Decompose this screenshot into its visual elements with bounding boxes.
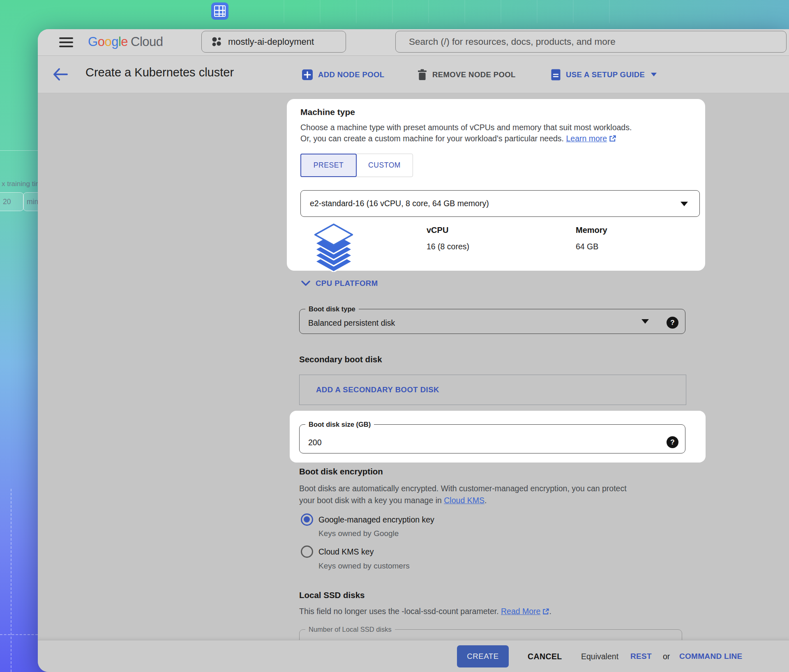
local-ssd-count-input[interactable]: Number of Local SSD disks <box>299 626 682 640</box>
radio-sublabel: Keys owned by Google <box>318 529 399 538</box>
use-setup-guide-button[interactable]: USE A SETUP GUIDE <box>551 56 657 93</box>
boot-disk-encryption-title: Boot disk encryption <box>299 467 383 476</box>
background-stripes <box>284 0 645 23</box>
cloud-kms-link[interactable]: Cloud KMS <box>444 496 484 505</box>
project-selector[interactable]: mostly-ai-deployment <box>201 31 346 53</box>
read-more-link[interactable]: Read More <box>501 607 540 616</box>
remove-node-pool-label: REMOVE NODE POOL <box>432 70 516 79</box>
logo-letter: o <box>98 35 105 49</box>
project-name: mostly-ai-deployment <box>228 37 314 47</box>
radio-selected-icon <box>301 513 313 526</box>
encryption-description-line-1: Boot disks are automatically encrypted. … <box>299 483 627 495</box>
encryption-description-line-2: your boot disk with a key you manage in … <box>299 495 627 506</box>
local-ssd-description: This field no longer uses the -local-ssd… <box>299 607 551 616</box>
menu-icon[interactable] <box>59 37 73 48</box>
boot-disk-size-input[interactable]: Boot disk size (GB) 200 ? <box>299 421 685 453</box>
screen: x training tim 20 min GoogleCloud mostly… <box>0 0 789 672</box>
tab-preset[interactable]: PRESET <box>300 154 357 177</box>
local-ssd-count-label: Number of Local SSD disks <box>305 626 395 633</box>
document-icon <box>551 69 561 81</box>
boot-disk-size-card: Boot disk size (GB) 200 ? <box>290 411 706 463</box>
learn-more-link[interactable]: Learn more <box>566 134 607 143</box>
logo-letter: G <box>88 35 98 49</box>
background-value-box: 20 <box>0 192 24 211</box>
console-window: GoogleCloud mostly-ai-deployment Search … <box>38 29 789 672</box>
equivalent-label: Equivalent <box>581 640 618 672</box>
rest-link[interactable]: REST <box>630 640 652 672</box>
tab-custom[interactable]: CUSTOM <box>356 154 413 177</box>
trash-icon <box>418 69 427 80</box>
radio-cloud-kms-key[interactable]: Cloud KMS key <box>301 545 374 558</box>
machine-type-description: Choose a machine type with preset amount… <box>300 122 632 144</box>
app-bar: GoogleCloud mostly-ai-deployment Search … <box>38 29 789 55</box>
background-dashed-horizontal <box>0 634 38 635</box>
boot-disk-size-value: 200 <box>308 438 322 447</box>
add-secondary-boot-disk-label: ADD A SECONDARY BOOT DISK <box>316 385 439 394</box>
form-content: Machine type Choose a machine type with … <box>38 93 789 640</box>
machine-type-selected-value: e2-standard-16 (16 vCPU, 8 core, 64 GB m… <box>310 199 489 208</box>
local-ssd-description-suffix: . <box>549 607 551 616</box>
memory-spec: Memory 64 GB <box>576 226 607 251</box>
project-icon <box>211 36 222 47</box>
action-bar: CREATE CANCEL Equivalent REST or COMMAND… <box>38 640 789 672</box>
command-line-link[interactable]: COMMAND LINE <box>679 640 742 672</box>
title-bar: Create a Kubernetes cluster ADD NODE POO… <box>38 55 789 93</box>
add-node-pool-label: ADD NODE POOL <box>318 70 384 79</box>
create-button[interactable]: CREATE <box>457 645 509 667</box>
encryption-description-prefix: your boot disk with a key you manage in <box>299 496 444 505</box>
radio-google-managed-key[interactable]: Google-managed encryption key <box>301 513 434 526</box>
secondary-boot-disk-title: Secondary boot disk <box>299 354 382 364</box>
radio-label: Google-managed encryption key <box>318 515 434 525</box>
radio-sublabel: Keys owned by customers <box>318 562 410 571</box>
use-setup-guide-label: USE A SETUP GUIDE <box>566 70 645 79</box>
logo-cloud-text: Cloud <box>131 35 163 49</box>
description-line-2-text: Or, you can create a custom machine for … <box>300 134 564 143</box>
select-caret-icon <box>681 202 688 206</box>
description-line-1: Choose a machine type with preset amount… <box>300 122 632 133</box>
radio-label: Cloud KMS key <box>318 547 374 557</box>
logo-letter: o <box>104 35 111 49</box>
boot-disk-size-label: Boot disk size (GB) <box>305 421 374 428</box>
logo-letter: g <box>111 35 118 49</box>
select-caret-icon <box>641 319 649 324</box>
encryption-description-suffix: . <box>484 496 487 505</box>
back-arrow-icon[interactable] <box>53 68 68 81</box>
add-secondary-boot-disk-button[interactable]: ADD A SECONDARY BOOT DISK <box>299 375 686 405</box>
vcpu-label: vCPU <box>427 226 469 235</box>
boot-disk-type-value: Balanced persistent disk <box>308 318 395 328</box>
cancel-button[interactable]: CANCEL <box>528 640 562 672</box>
help-icon[interactable]: ? <box>667 436 678 448</box>
help-icon[interactable]: ? <box>667 317 678 329</box>
or-label: or <box>663 640 670 672</box>
vcpu-value: 16 (8 cores) <box>427 242 469 251</box>
description-line-2: Or, you can create a custom machine for … <box>300 133 632 144</box>
boot-disk-type-select[interactable]: Boot disk type Balanced persistent disk … <box>299 305 685 334</box>
chevron-down-icon <box>651 73 657 76</box>
background-dashed-vertical <box>11 489 12 672</box>
machine-type-card: Machine type Choose a machine type with … <box>287 99 705 271</box>
vcpu-spec: vCPU 16 (8 cores) <box>427 226 469 251</box>
background-training-label: x training tim <box>2 180 41 188</box>
plus-square-icon <box>302 69 313 80</box>
machine-type-title: Machine type <box>300 107 355 117</box>
external-link-icon <box>609 135 616 142</box>
remove-node-pool-button[interactable]: REMOVE NODE POOL <box>418 56 516 93</box>
background-line <box>0 150 38 151</box>
logo-letter: e <box>121 35 128 49</box>
radio-unselected-icon <box>301 545 313 558</box>
add-node-pool-button[interactable]: ADD NODE POOL <box>302 56 384 93</box>
machine-type-tabs: PRESET CUSTOM <box>300 154 413 177</box>
page-title: Create a Kubernetes cluster <box>85 66 234 79</box>
chevron-down-icon <box>301 281 310 286</box>
google-cloud-logo[interactable]: GoogleCloud <box>88 35 163 49</box>
memory-value: 64 GB <box>576 242 607 251</box>
search-input[interactable]: Search (/) for resources, docs, products… <box>395 31 787 53</box>
local-ssd-description-prefix: This field no longer uses the -local-ssd… <box>299 607 501 616</box>
cpu-platform-expander[interactable]: CPU PLATFORM <box>301 279 378 288</box>
cpu-platform-label: CPU PLATFORM <box>316 279 378 288</box>
memory-label: Memory <box>576 226 607 235</box>
search-placeholder: Search (/) for resources, docs, products… <box>409 37 616 47</box>
layers-icon <box>309 223 358 272</box>
machine-type-select[interactable]: e2-standard-16 (16 vCPU, 8 core, 64 GB m… <box>300 190 700 217</box>
local-ssd-title: Local SSD disks <box>299 590 365 600</box>
